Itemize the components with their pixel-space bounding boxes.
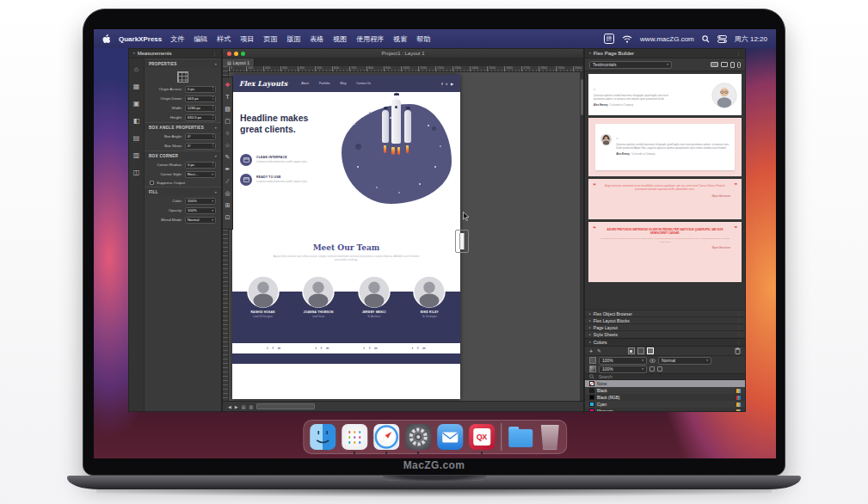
tool-button[interactable]: ✎ <box>225 151 231 163</box>
folder-dock-icon[interactable] <box>508 424 533 450</box>
delete-color-icon[interactable] <box>735 347 741 354</box>
menu-item[interactable]: 视窗 <box>393 34 407 44</box>
tint-select[interactable]: 100%▾ <box>599 366 647 373</box>
spread-view-icon[interactable]: ▥ <box>249 404 253 409</box>
link-icon[interactable] <box>649 366 655 372</box>
text-fill-icon[interactable] <box>647 347 654 354</box>
builder-palette-header[interactable]: ▾ Flex Page Builder ⋮ <box>585 49 745 58</box>
tool-button[interactable]: ✚ <box>225 79 231 91</box>
corner-radius-field[interactable]: 0 px▴▾ <box>185 162 216 169</box>
canvas-scrollbar[interactable] <box>580 72 583 401</box>
quarkxpress-dock-icon[interactable]: QX <box>469 424 495 450</box>
frame-fill-icon[interactable] <box>637 347 644 354</box>
menu-item[interactable]: 表格 <box>310 34 323 44</box>
edit-color-button[interactable]: ✎ <box>597 348 601 353</box>
measurements-tab-icon[interactable]: ▥ <box>133 151 140 159</box>
trash-dock-icon[interactable] <box>539 425 560 450</box>
tool-button[interactable]: ▢ <box>225 115 231 127</box>
preset-dropdown[interactable]: Testimonials▾ <box>589 61 672 69</box>
phone-preview-icon[interactable] <box>737 62 741 68</box>
measurements-tab-icon[interactable]: ▦ <box>133 83 140 90</box>
input-method-icon[interactable]: 拼 <box>604 34 614 44</box>
menu-item[interactable]: 使用程序 <box>356 34 384 44</box>
tab-layout-1[interactable]: ▤ Layout 1 <box>223 58 255 66</box>
color-row[interactable]: None <box>585 380 745 387</box>
testimonial-card-4[interactable]: ❝ ❞ AEGRE PRETOSIUS MATRIMONII IOCARI IN… <box>588 222 742 282</box>
tablet-landscape-icon[interactable] <box>721 62 728 67</box>
section-fill[interactable]: FILL▾ <box>145 187 221 196</box>
zoom-field[interactable] <box>256 403 315 409</box>
tool-button[interactable]: ☆ <box>225 139 230 151</box>
suppress-output-checkbox[interactable]: Suppress Output <box>145 179 221 187</box>
colors-palette-header[interactable]: ▾ Colors ⋮ <box>585 339 745 347</box>
testimonial-card-3[interactable]: ❝ ❞ Aegre pretosius matrimonii iocari in… <box>588 179 742 219</box>
mail-dock-icon[interactable] <box>437 424 463 450</box>
collapsed-panel-row[interactable]: ▸ Page Layout ⋮ <box>585 323 745 330</box>
palette-menu-icon[interactable]: ⋮ <box>212 51 217 56</box>
testimonial-card-2[interactable]: ❝ Quisestas aptentus vestibul maecenas c… <box>588 118 742 176</box>
fill-opacity-select[interactable]: 100%▾ <box>185 207 216 214</box>
section-properties[interactable]: PROPERTIES▾ <box>145 58 221 68</box>
menu-item[interactable]: 版面 <box>286 34 300 44</box>
palette-collapse-icon[interactable]: ▾ <box>589 341 591 344</box>
active-app-name[interactable]: QuarkXPress <box>119 35 162 43</box>
panel-menu-icon[interactable]: ⋮ <box>737 318 741 323</box>
width-field[interactable]: 1280 px▴▾ <box>185 105 216 112</box>
finder-dock-icon[interactable] <box>310 424 336 450</box>
collapsed-palette-handle[interactable] <box>455 230 469 253</box>
disclosure-triangle-icon[interactable]: ▸ <box>589 333 591 336</box>
add-color-button[interactable]: + <box>589 348 593 354</box>
page-forward-icon[interactable]: ▶ <box>235 404 238 409</box>
measurements-tab-icon[interactable]: ⌂ <box>134 65 139 73</box>
menu-item[interactable]: 样式 <box>217 34 231 44</box>
wifi-icon[interactable] <box>622 35 632 43</box>
color-row[interactable]: Black <box>585 387 745 394</box>
tool-button[interactable]: ◎ <box>225 187 230 200</box>
page-view-icon[interactable]: ▤ <box>242 404 246 409</box>
panel-menu-icon[interactable]: ⋮ <box>737 332 741 336</box>
measurements-tab-icon[interactable]: ▣ <box>133 100 140 108</box>
tool-button[interactable]: ✒ <box>225 163 231 175</box>
colors-search-input[interactable] <box>597 373 683 380</box>
measurements-tab-icon[interactable]: ◫ <box>133 169 140 176</box>
disclosure-triangle-icon[interactable]: ▸ <box>589 319 591 323</box>
corner-style-select[interactable]: Rect...▾ <box>185 171 216 178</box>
menu-item[interactable]: 视图 <box>333 34 347 44</box>
testimonial-card-1[interactable]: ❝ Quisestas aptentus vestibul maecenas c… <box>588 74 742 115</box>
desktop-preview-icon[interactable] <box>711 62 718 67</box>
measurements-tab-icon[interactable]: ▤ <box>133 134 140 142</box>
page-back-icon[interactable]: ◀ <box>228 404 231 409</box>
safari-dock-icon[interactable] <box>373 424 399 450</box>
blend-mode-select[interactable]: Normal▾ <box>185 217 216 224</box>
menu-item[interactable]: 编辑 <box>194 34 207 44</box>
palette-menu-icon[interactable]: ⋮ <box>736 51 741 56</box>
collapsed-panel-row[interactable]: ▸ Flex Layout Blocks ⋮ <box>585 317 745 323</box>
apple-menu-icon[interactable] <box>102 34 110 44</box>
menu-item[interactable]: 帮助 <box>416 34 430 44</box>
menu-item[interactable]: 项目 <box>240 34 254 44</box>
tool-button[interactable]: ▨ <box>225 103 231 115</box>
palette-collapse-icon[interactable]: ▾ <box>589 52 591 55</box>
section-box-angle[interactable]: BOX ANGLE PROPERTIES▾ <box>145 122 221 132</box>
box-skew-field[interactable]: 0°▴▾ <box>185 143 216 150</box>
control-center-icon[interactable] <box>717 35 727 43</box>
tool-button[interactable]: ⊡ <box>225 212 231 224</box>
fill-color-select[interactable]: 100%▾ <box>185 198 216 205</box>
link-icon[interactable] <box>657 366 662 372</box>
blend-mode-select[interactable]: Normal▾ <box>658 357 711 365</box>
visibility-eye-icon[interactable] <box>649 359 656 363</box>
collapsed-panel-row[interactable]: ▸ Flex Object Browser ⋮ <box>585 310 745 317</box>
window-title-bar[interactable]: Project1 : Layout 1 <box>223 49 583 58</box>
section-box-corner[interactable]: BOX CORNER▾ <box>145 151 221 160</box>
design-page[interactable]: Flex Layouts AboutPortfolioBlogContact U… <box>232 75 460 399</box>
color-row[interactable]: Cyan <box>585 401 745 408</box>
tablet-portrait-icon[interactable] <box>730 62 735 68</box>
measurements-palette-header[interactable]: ▾ Measurements ⋮ <box>129 49 221 58</box>
palette-menu-icon[interactable]: ⋮ <box>736 340 741 345</box>
tool-button[interactable]: ○ <box>225 127 229 139</box>
launchpad-dock-icon[interactable] <box>342 424 367 450</box>
shade-select[interactable]: 100%▾ <box>599 357 647 365</box>
box-fill-icon[interactable] <box>628 347 635 354</box>
menu-item[interactable]: 文件 <box>170 34 184 44</box>
panel-menu-icon[interactable]: ⋮ <box>737 325 741 329</box>
